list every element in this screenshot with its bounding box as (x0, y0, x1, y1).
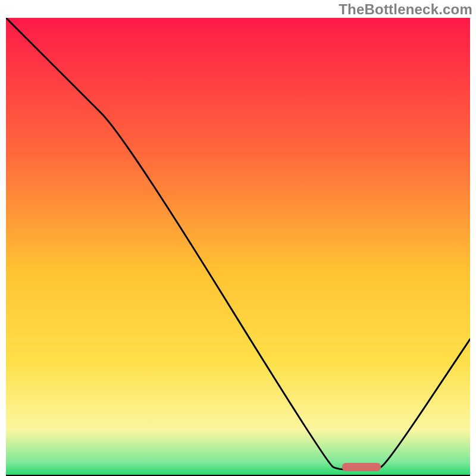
bottleneck-plot (6, 18, 470, 476)
chart-container: TheBottleneck.com (0, 0, 476, 476)
watermark-text: TheBottleneck.com (339, 1, 472, 18)
optimal-marker (342, 463, 381, 471)
